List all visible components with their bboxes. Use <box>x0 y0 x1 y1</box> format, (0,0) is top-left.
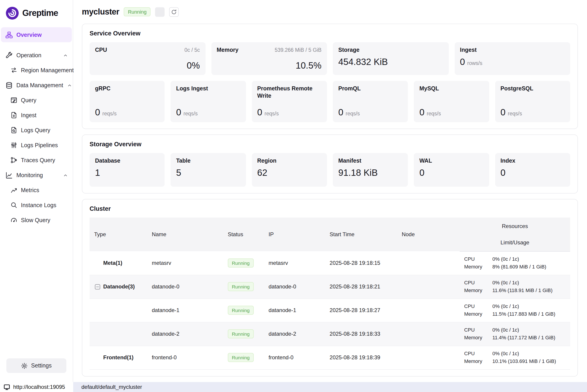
storage-value: 454.832 KiB <box>338 56 388 67</box>
operation-icon <box>6 52 13 59</box>
sidebar-nav: Overview Operation Region Management Dat… <box>0 27 73 228</box>
sidebar-item-slow-query[interactable]: Slow Query <box>1 212 72 228</box>
sidebar-item-logs-pipelines[interactable]: Logs Pipelines <box>1 138 72 152</box>
storage-card: Storage 454.832 KiB <box>333 42 449 75</box>
promql-card: PromQL 0reqs/s <box>333 81 408 122</box>
statusbar-url: http://localhost:19095 <box>13 384 65 390</box>
metrics-icon <box>11 187 17 194</box>
status-bar: http://localhost:19095 default/default_m… <box>0 382 587 392</box>
sidebar-item-monitoring[interactable]: Monitoring <box>1 168 72 182</box>
cpu-percent: 0% <box>95 60 200 71</box>
sidebar-item-operation[interactable]: Operation <box>1 48 72 63</box>
logs-ingest-card: Logs Ingest 0reqs/s <box>171 81 246 122</box>
sidebar: Greptime Overview Operation Region Manag… <box>0 0 73 392</box>
instance-logs-icon <box>11 202 17 208</box>
row-status-badge: Running <box>228 353 254 362</box>
grpc-card: gRPC 0reqs/s <box>90 81 165 122</box>
chevron-up-icon <box>67 82 72 88</box>
row-status-badge: Running <box>228 282 254 291</box>
page-header: mycluster Running <box>82 6 578 18</box>
overview-icon <box>6 31 13 38</box>
region-card: Region 62 <box>252 153 327 187</box>
logs-pipelines-icon <box>11 142 17 148</box>
sidebar-item-query[interactable]: Query <box>1 93 72 108</box>
minus-square-icon <box>94 284 100 290</box>
app-window: Greptime Overview Operation Region Manag… <box>0 0 587 392</box>
monitor-icon <box>4 384 10 390</box>
query-icon <box>11 97 17 104</box>
logs-query-icon <box>11 127 17 134</box>
region-management-icon <box>11 67 17 74</box>
main-content: mycluster Running Service Overview CPU 0… <box>73 0 587 392</box>
col-header-name: Name <box>147 218 223 251</box>
cpu-card: CPU 0c / 5c 0% <box>90 42 205 75</box>
row-status-badge: Running <box>228 306 254 315</box>
greptime-logo-icon <box>6 6 19 20</box>
table-row: Frontend(1) frontend-0 Running frontend-… <box>90 346 570 369</box>
storage-overview-panel: Storage Overview Database 1 Table 5 Regi… <box>82 134 578 194</box>
data-management-icon <box>6 82 13 89</box>
ingest-value: 0 <box>460 56 465 67</box>
settings-button[interactable]: Settings <box>6 358 66 373</box>
slow-query-icon <box>11 217 17 224</box>
table-card: Table 5 <box>171 153 246 187</box>
col-header-status: Status <box>223 218 264 251</box>
table-row: datanode-2 Running datanode-2 2025-08-28… <box>90 322 570 346</box>
logo-text: Greptime <box>22 8 58 18</box>
table-row: datanode-1 Running datanode-1 2025-08-28… <box>90 298 570 322</box>
collapse-toggle-icon[interactable] <box>94 284 101 290</box>
sidebar-item-data-management[interactable]: Data Management <box>1 78 72 93</box>
chevron-up-icon <box>63 52 68 58</box>
page-title: mycluster <box>82 7 119 16</box>
col-header-type: Type <box>90 218 147 251</box>
copy-button[interactable] <box>155 7 165 16</box>
sidebar-item-traces-query[interactable]: Traces Query <box>1 152 72 168</box>
wal-card: WAL 0 <box>414 153 489 187</box>
cluster-panel: Cluster Type Name Status IP Start Time N… <box>82 199 578 376</box>
row-status-badge: Running <box>228 329 254 338</box>
col-header-start-time: Start Time <box>325 218 397 251</box>
panel-title: Storage Overview <box>90 141 570 148</box>
manifest-card: Manifest 91.18 KiB <box>333 153 408 187</box>
statusbar-url-chip: http://localhost:19095 <box>0 382 73 392</box>
prometheus-remote-write-card: Prometheus Remote Write 0reqs/s <box>252 81 327 122</box>
table-row: Meta(1) metasrv Running metasrv 2025-08-… <box>90 251 570 275</box>
statusbar-cluster-path: default/default_mycluster <box>81 384 142 390</box>
monitoring-icon <box>6 172 13 179</box>
logo[interactable]: Greptime <box>0 0 73 27</box>
sidebar-item-region-management[interactable]: Region Management <box>1 63 72 78</box>
sidebar-item-ingest[interactable]: Ingest <box>1 108 72 123</box>
cluster-table: Type Name Status IP Start Time Node Reso… <box>90 218 570 370</box>
memory-percent: 10.5% <box>217 60 322 71</box>
postgresql-card: PostgreSQL 0reqs/s <box>495 81 570 122</box>
gear-icon <box>21 362 28 369</box>
col-header-limit-usage: Limit/Usage <box>460 234 570 251</box>
refresh-icon <box>171 9 177 15</box>
col-header-node: Node <box>397 218 460 251</box>
sidebar-item-logs-query[interactable]: Logs Query <box>1 123 72 138</box>
database-card: Database 1 <box>90 153 165 187</box>
panel-title: Cluster <box>90 205 570 212</box>
sidebar-item-instance-logs[interactable]: Instance Logs <box>1 198 72 212</box>
row-status-badge: Running <box>228 258 254 268</box>
index-card: Index 0 <box>495 153 570 187</box>
panel-title: Service Overview <box>90 30 570 37</box>
memory-card: Memory 539.266 MiB / 5 GiB 10.5% <box>211 42 327 75</box>
col-header-ip: IP <box>264 218 325 251</box>
refresh-button[interactable] <box>169 7 179 16</box>
status-badge: Running <box>124 7 151 16</box>
ingest-card: Ingest 0 rows/s <box>454 42 570 75</box>
table-row: Datanode(3) datanode-0 Running datanode-… <box>90 275 570 298</box>
service-overview-panel: Service Overview CPU 0c / 5c 0% Memory 5… <box>82 24 578 129</box>
sidebar-item-metrics[interactable]: Metrics <box>1 182 72 198</box>
sidebar-item-overview[interactable]: Overview <box>1 27 72 42</box>
mysql-card: MySQL 0reqs/s <box>414 81 489 122</box>
traces-query-icon <box>11 157 17 164</box>
col-header-resources: Resources <box>460 218 570 234</box>
chevron-up-icon <box>63 172 68 178</box>
ingest-icon <box>11 112 17 118</box>
